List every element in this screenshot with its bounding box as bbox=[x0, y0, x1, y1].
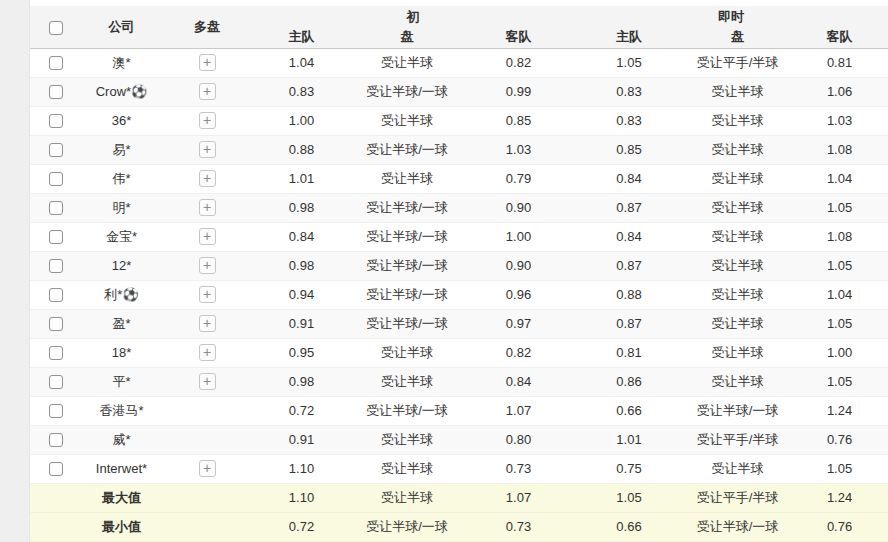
row-checkbox[interactable] bbox=[49, 288, 63, 302]
company-name: 盈* bbox=[81, 309, 162, 338]
expand-odds-button[interactable]: + bbox=[199, 344, 216, 361]
row-checkbox[interactable] bbox=[49, 230, 63, 244]
multi-odds-cell: + bbox=[162, 338, 252, 367]
header-live-handicap: 盘 bbox=[684, 27, 791, 48]
select-all-checkbox[interactable] bbox=[49, 21, 63, 35]
row-checkbox[interactable] bbox=[49, 462, 63, 476]
company-name: 36* bbox=[81, 106, 162, 135]
initial-away-odds: 0.82 bbox=[463, 338, 574, 367]
initial-home-odds: 0.98 bbox=[252, 251, 351, 280]
initial-home-odds: 0.91 bbox=[252, 309, 351, 338]
row-checkbox[interactable] bbox=[49, 346, 63, 360]
company-name: 金宝* bbox=[81, 222, 162, 251]
live-handicap: 受让平手/半球 bbox=[684, 48, 791, 77]
live-home-odds: 0.88 bbox=[574, 280, 684, 309]
table-row: 利*⚽+0.94受让半球/一球0.960.88受让半球1.04 bbox=[30, 280, 888, 309]
row-checkbox[interactable] bbox=[49, 172, 63, 186]
row-checkbox[interactable] bbox=[49, 317, 63, 331]
initial-handicap: 受让半球/一球 bbox=[351, 77, 463, 106]
company-name: 香港马* bbox=[81, 396, 162, 425]
initial-away-odds: 0.84 bbox=[463, 367, 574, 396]
summary-row: 最大值1.10受让半球1.071.05受让平手/半球1.24 bbox=[30, 483, 888, 512]
initial-away-odds: 0.96 bbox=[463, 280, 574, 309]
table-row: 12*+0.98受让半球/一球0.900.87受让半球1.05 bbox=[30, 251, 888, 280]
header-initial-home: 主队 bbox=[252, 27, 351, 48]
live-handicap: 受让半球 bbox=[684, 77, 791, 106]
expand-odds-button[interactable]: + bbox=[199, 257, 216, 274]
initial-handicap: 受让半球/一球 bbox=[351, 135, 463, 164]
row-checkbox[interactable] bbox=[49, 56, 63, 70]
row-check-cell bbox=[30, 425, 81, 454]
header-initial-away: 客队 bbox=[463, 27, 574, 48]
multi-odds-cell: + bbox=[162, 367, 252, 396]
row-checkbox[interactable] bbox=[49, 375, 63, 389]
live-home-odds: 0.66 bbox=[574, 512, 684, 541]
initial-home-odds: 0.98 bbox=[252, 367, 351, 396]
multi-odds-cell: + bbox=[162, 454, 252, 483]
header-live-group: 即时 bbox=[574, 6, 888, 27]
header-live-away: 客队 bbox=[791, 27, 888, 48]
expand-odds-button[interactable]: + bbox=[199, 373, 216, 390]
live-away-odds: 1.05 bbox=[791, 454, 888, 483]
summary-row: 最小值0.72受让半球/一球0.730.66受让半球/一球0.76 bbox=[30, 512, 888, 541]
multi-odds-cell: + bbox=[162, 48, 252, 77]
expand-odds-button[interactable]: + bbox=[199, 112, 216, 129]
expand-odds-button[interactable]: + bbox=[199, 141, 216, 158]
row-checkbox[interactable] bbox=[49, 259, 63, 273]
row-checkbox[interactable] bbox=[49, 433, 63, 447]
live-handicap: 受让半球 bbox=[684, 338, 791, 367]
expand-odds-button[interactable]: + bbox=[199, 286, 216, 303]
initial-home-odds: 0.83 bbox=[252, 77, 351, 106]
initial-handicap: 受让半球/一球 bbox=[351, 193, 463, 222]
initial-home-odds: 1.10 bbox=[252, 483, 351, 512]
live-handicap: 受让半球 bbox=[684, 367, 791, 396]
row-check-cell bbox=[30, 338, 81, 367]
expand-odds-button[interactable]: + bbox=[199, 54, 216, 71]
expand-odds-button[interactable]: + bbox=[199, 199, 216, 216]
row-checkbox[interactable] bbox=[49, 404, 63, 418]
company-name: 12* bbox=[81, 251, 162, 280]
multi-odds-cell: + bbox=[162, 222, 252, 251]
header-initial-handicap: 盘 bbox=[351, 27, 463, 48]
company-name: 威* bbox=[81, 425, 162, 454]
row-check-cell bbox=[30, 48, 81, 77]
odds-table-container: 公司 多盘 初 即时 主队 盘 客队 主队 盘 客队 澳*+1.04受让半球0.… bbox=[30, 0, 888, 542]
expand-odds-button[interactable]: + bbox=[199, 315, 216, 332]
initial-handicap: 受让半球/一球 bbox=[351, 396, 463, 425]
multi-odds-cell bbox=[162, 396, 252, 425]
live-home-odds: 0.87 bbox=[574, 193, 684, 222]
live-handicap: 受让半球 bbox=[684, 164, 791, 193]
company-name: Interwet* bbox=[81, 454, 162, 483]
expand-odds-button[interactable]: + bbox=[199, 460, 216, 477]
header-multi-odds: 多盘 bbox=[162, 6, 252, 48]
multi-odds-cell: + bbox=[162, 106, 252, 135]
multi-odds-cell: + bbox=[162, 77, 252, 106]
initial-away-odds: 1.07 bbox=[463, 396, 574, 425]
table-row: Interwet*+1.10受让半球0.730.75受让半球1.05 bbox=[30, 454, 888, 483]
initial-home-odds: 0.72 bbox=[252, 396, 351, 425]
row-checkbox[interactable] bbox=[49, 143, 63, 157]
company-name: 平* bbox=[81, 367, 162, 396]
live-handicap: 受让半球 bbox=[684, 454, 791, 483]
initial-away-odds: 0.90 bbox=[463, 251, 574, 280]
live-handicap: 受让半球 bbox=[684, 251, 791, 280]
row-checkbox[interactable] bbox=[49, 114, 63, 128]
expand-odds-button[interactable]: + bbox=[199, 83, 216, 100]
initial-home-odds: 0.94 bbox=[252, 280, 351, 309]
initial-home-odds: 1.01 bbox=[252, 164, 351, 193]
live-handicap: 受让半球/一球 bbox=[684, 396, 791, 425]
initial-home-odds: 0.95 bbox=[252, 338, 351, 367]
row-check-cell bbox=[30, 193, 81, 222]
company-name: 利*⚽ bbox=[81, 280, 162, 309]
row-checkbox[interactable] bbox=[49, 85, 63, 99]
expand-odds-button[interactable]: + bbox=[199, 170, 216, 187]
summary-label: 最大值 bbox=[81, 483, 162, 512]
row-check-cell bbox=[30, 77, 81, 106]
initial-away-odds: 1.00 bbox=[463, 222, 574, 251]
header-live-home: 主队 bbox=[574, 27, 684, 48]
header-company: 公司 bbox=[81, 6, 162, 48]
live-away-odds: 1.24 bbox=[791, 396, 888, 425]
expand-odds-button[interactable]: + bbox=[199, 228, 216, 245]
live-away-odds: 1.24 bbox=[791, 483, 888, 512]
row-checkbox[interactable] bbox=[49, 201, 63, 215]
